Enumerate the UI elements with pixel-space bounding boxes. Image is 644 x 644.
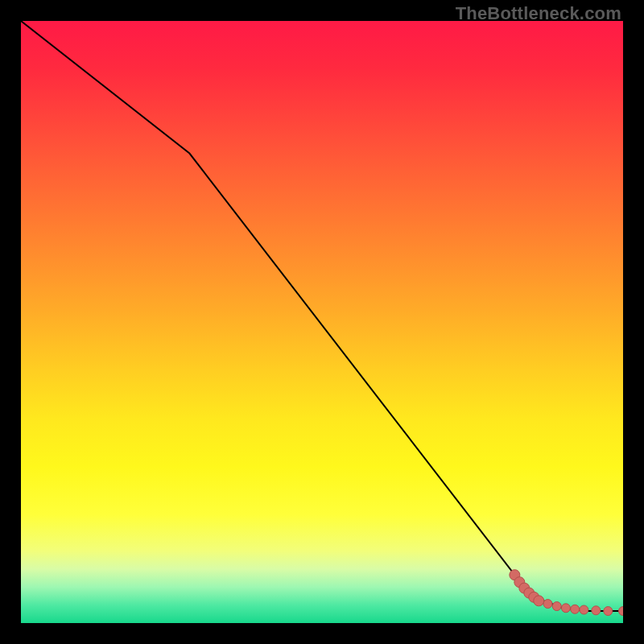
plot-area [21,21,623,623]
chart-frame: TheBottleneck.com [0,0,644,644]
watermark-text: TheBottleneck.com [456,3,621,24]
